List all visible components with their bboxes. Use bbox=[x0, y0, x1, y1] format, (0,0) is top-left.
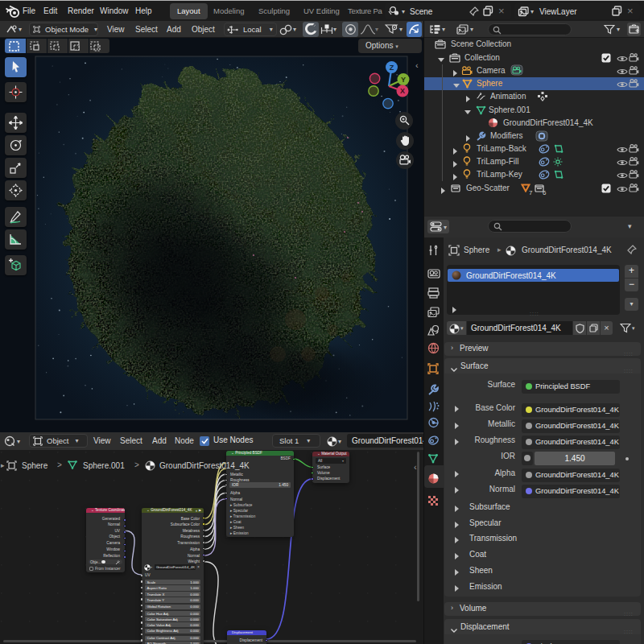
svg-text:Y: Y bbox=[401, 76, 406, 84]
svg-text:X: X bbox=[400, 87, 405, 95]
svg-text:Z: Z bbox=[390, 64, 394, 72]
